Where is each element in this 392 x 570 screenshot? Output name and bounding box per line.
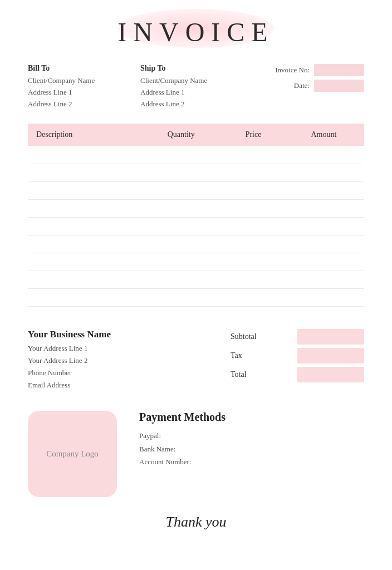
address-section: Bill To Client/Company Name Address Line… bbox=[28, 64, 364, 110]
cell-price-1 bbox=[223, 164, 283, 181]
invoice-meta: Invoice No: Date: bbox=[253, 64, 364, 110]
cell-description-8 bbox=[28, 288, 139, 306]
ship-to-heading: Ship To bbox=[140, 64, 253, 73]
cell-price-5 bbox=[223, 235, 283, 253]
paypal-line: Paypal: bbox=[139, 429, 364, 442]
cell-description-6 bbox=[28, 253, 139, 271]
invoice-page: INVOICE Bill To Client/Company Name Addr… bbox=[0, 0, 392, 570]
payment-section: Payment Methods Paypal: Bank Name: Accou… bbox=[117, 411, 364, 468]
cell-description-2 bbox=[28, 181, 139, 199]
tax-input[interactable] bbox=[297, 348, 364, 363]
col-description: Description bbox=[28, 124, 139, 146]
footer-section: Your Business Name Your Address Line 1 Y… bbox=[28, 323, 364, 391]
account-number-line: Account Number: bbox=[139, 455, 364, 468]
invoice-no-row: Invoice No: bbox=[275, 64, 364, 76]
bottom-section: Company Logo Payment Methods Paypal: Ban… bbox=[28, 411, 364, 497]
invoice-no-input[interactable] bbox=[314, 64, 364, 76]
table-row bbox=[28, 164, 364, 181]
table-row bbox=[28, 271, 364, 288]
bill-to-heading: Bill To bbox=[28, 64, 140, 73]
cell-amount-1 bbox=[283, 164, 364, 181]
business-phone: Phone Number bbox=[28, 367, 231, 379]
tax-row: Tax bbox=[231, 348, 364, 363]
company-logo-label: Company Logo bbox=[46, 449, 99, 459]
cell-amount-3 bbox=[283, 199, 364, 217]
subtotal-input[interactable] bbox=[297, 329, 364, 345]
cell-amount-6 bbox=[283, 253, 364, 271]
table-row bbox=[28, 235, 364, 253]
cell-quantity-3 bbox=[139, 199, 223, 217]
cell-price-8 bbox=[223, 288, 283, 306]
table-header-row: Description Quantity Price Amount bbox=[28, 124, 364, 146]
col-quantity: Quantity bbox=[139, 124, 223, 146]
business-name: Your Business Name bbox=[28, 329, 231, 340]
cell-quantity-0 bbox=[139, 146, 223, 164]
cell-quantity-1 bbox=[139, 164, 223, 181]
total-label: Total bbox=[231, 370, 270, 379]
invoice-table: Description Quantity Price Amount bbox=[28, 124, 364, 307]
business-email: Email Address bbox=[28, 379, 231, 391]
bill-to-company: Client/Company Name bbox=[28, 75, 140, 87]
cell-amount-4 bbox=[283, 217, 364, 235]
cell-quantity-8 bbox=[139, 288, 223, 306]
ship-to-company: Client/Company Name bbox=[140, 75, 253, 87]
subtotal-row: Subtotal bbox=[231, 329, 364, 345]
subtotal-label: Subtotal bbox=[231, 332, 270, 341]
ship-to-address1: Address Line 1 bbox=[140, 87, 253, 99]
payment-title: Payment Methods bbox=[139, 411, 364, 424]
date-row: Date: bbox=[294, 80, 364, 92]
table-row bbox=[28, 253, 364, 271]
cell-quantity-7 bbox=[139, 271, 223, 288]
cell-amount-7 bbox=[283, 271, 364, 288]
col-amount: Amount bbox=[283, 124, 364, 146]
ship-to-address2: Address Line 2 bbox=[140, 99, 253, 110]
cell-price-3 bbox=[223, 199, 283, 217]
business-address1: Your Address Line 1 bbox=[28, 342, 231, 355]
business-address2: Your Address Line 2 bbox=[28, 355, 231, 367]
cell-description-0 bbox=[28, 146, 139, 164]
table-row bbox=[28, 288, 364, 306]
cell-price-7 bbox=[223, 271, 283, 288]
cell-description-7 bbox=[28, 271, 139, 288]
date-input[interactable] bbox=[314, 80, 364, 92]
total-row: Total bbox=[231, 367, 364, 382]
bill-to-address1: Address Line 1 bbox=[28, 87, 140, 99]
cell-price-4 bbox=[223, 217, 283, 235]
cell-price-6 bbox=[223, 253, 283, 271]
invoice-header: INVOICE bbox=[28, 17, 364, 47]
cell-amount-2 bbox=[283, 181, 364, 199]
table-row bbox=[28, 146, 364, 164]
thank-you-text: Thank you bbox=[28, 514, 364, 530]
cell-description-5 bbox=[28, 235, 139, 253]
cell-description-1 bbox=[28, 164, 139, 181]
table-row bbox=[28, 217, 364, 235]
invoice-title: INVOICE bbox=[28, 17, 364, 47]
bank-name-line: Bank Name: bbox=[139, 443, 364, 455]
cell-price-0 bbox=[223, 146, 283, 164]
totals-section: Subtotal Tax Total bbox=[231, 329, 364, 391]
cell-description-4 bbox=[28, 217, 139, 235]
cell-price-2 bbox=[223, 181, 283, 199]
table-row bbox=[28, 181, 364, 199]
cell-quantity-5 bbox=[139, 235, 223, 253]
col-price: Price bbox=[223, 124, 283, 146]
tax-label: Tax bbox=[231, 351, 270, 360]
bill-to-address2: Address Line 2 bbox=[28, 99, 140, 110]
total-input[interactable] bbox=[297, 367, 364, 382]
ship-to-section: Ship To Client/Company Name Address Line… bbox=[140, 64, 253, 110]
company-logo-box: Company Logo bbox=[28, 411, 117, 497]
cell-amount-8 bbox=[283, 288, 364, 306]
cell-quantity-4 bbox=[139, 217, 223, 235]
cell-description-3 bbox=[28, 199, 139, 217]
table-row bbox=[28, 199, 364, 217]
date-label: Date: bbox=[294, 81, 310, 90]
cell-amount-5 bbox=[283, 235, 364, 253]
cell-amount-0 bbox=[283, 146, 364, 164]
business-info: Your Business Name Your Address Line 1 Y… bbox=[28, 329, 231, 391]
cell-quantity-6 bbox=[139, 253, 223, 271]
invoice-no-label: Invoice No: bbox=[275, 66, 310, 75]
cell-quantity-2 bbox=[139, 181, 223, 199]
bill-to-section: Bill To Client/Company Name Address Line… bbox=[28, 64, 140, 110]
